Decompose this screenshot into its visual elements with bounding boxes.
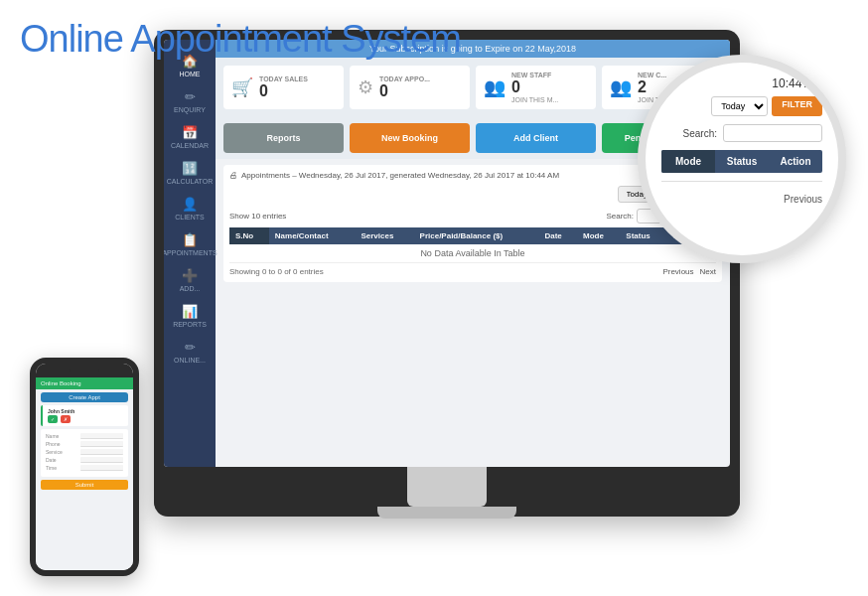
- enquiry-icon: ✏: [185, 89, 196, 104]
- gear-icon: ⚙: [358, 76, 373, 98]
- magnifier-content: 10:44 AM Today FILTER Search: Mode Statu…: [646, 63, 838, 255]
- stat-today-appo: ⚙ TODAY APPO... 0: [350, 66, 470, 109]
- show-entries-row: Show 10 entries Search:: [229, 209, 716, 224]
- magnifier-col-action: Action: [769, 150, 822, 173]
- show-label: Show 10 entries: [229, 212, 286, 221]
- magnifier-filter-row: Today FILTER: [661, 96, 822, 116]
- stat-today-sales: 🛒 TODAY SALES 0: [223, 66, 344, 109]
- sidebar-item-calendar[interactable]: 📅 CALENDAR: [164, 119, 216, 155]
- add-client-button[interactable]: Add Client: [476, 123, 596, 153]
- magnifier-time: 10:44 AM: [661, 76, 822, 90]
- magnifier-filter-select[interactable]: Today: [711, 96, 768, 116]
- form-phone-row: Phone: [46, 441, 123, 447]
- magnifier-search-input[interactable]: [723, 124, 822, 142]
- phone-list-item: John Smith ✓ ✗: [41, 405, 128, 426]
- sidebar-item-add[interactable]: ➕ ADD...: [164, 262, 216, 298]
- table-footer: Showing 0 to 0 of 0 entries Previous Nex…: [229, 267, 716, 276]
- phone-top-bar: Online Booking: [36, 377, 133, 389]
- page-wrapper: Online Appointment System 🏠 HOME ✏ ENQUI…: [0, 0, 868, 596]
- col-sno: S.No: [229, 227, 269, 244]
- form-time-row: Time: [46, 465, 123, 471]
- magnifier-previous[interactable]: Previous: [661, 194, 822, 205]
- reports-icon: 📊: [182, 304, 198, 319]
- form-service-row: Service: [46, 449, 123, 455]
- magnifier-col-status: Status: [715, 150, 769, 173]
- form-name-row: Name: [46, 433, 123, 439]
- phone-notch: [70, 368, 99, 373]
- magnifier-search-label: Search:: [683, 128, 717, 139]
- showing-entries: Showing 0 to 0 of 0 entries: [229, 267, 324, 276]
- magnifier-table-header: Mode Status Action: [661, 150, 822, 173]
- monitor-base: [377, 507, 516, 519]
- next-button[interactable]: Next: [700, 267, 716, 276]
- previous-button[interactable]: Previous: [662, 267, 693, 276]
- phone-service-field[interactable]: [80, 449, 123, 455]
- reports-button[interactable]: Reports: [223, 123, 344, 153]
- phone-create-btn[interactable]: Create Appt: [41, 392, 128, 402]
- phone-date-field[interactable]: [80, 457, 123, 463]
- col-status: Status: [620, 227, 667, 244]
- phone-form: Name Phone Service Date Time: [41, 429, 128, 477]
- calendar-icon: 📅: [182, 125, 198, 140]
- calculator-icon: 🔢: [182, 161, 198, 176]
- form-date-row: Date: [46, 457, 123, 463]
- search-label: Search:: [606, 212, 634, 221]
- col-date: Date: [538, 227, 577, 244]
- monitor-frame: 🏠 HOME ✏ ENQUIRY 📅 CALENDAR 🔢 CALCULATOR…: [154, 30, 740, 517]
- clients-icon: 👤: [182, 197, 198, 212]
- col-name: Name/Contact: [269, 227, 356, 244]
- sidebar-item-online[interactable]: ✏ ONLINE...: [164, 334, 216, 370]
- magnifier-divider: [661, 181, 822, 182]
- sidebar-item-calculator[interactable]: 🔢 CALCULATOR: [164, 155, 216, 191]
- monitor-stand: [407, 467, 487, 507]
- sidebar-item-reports[interactable]: 📊 REPORTS: [164, 298, 216, 334]
- staff-icon: 👥: [484, 76, 506, 98]
- phone-time-field[interactable]: [80, 465, 123, 471]
- stat-today-sales-info: TODAY SALES 0: [259, 75, 308, 100]
- stat-new-staff: 👥 NEW STAFF 0 JOIN THIS M...: [476, 66, 596, 109]
- phone-frame: Online Booking Create Appt John Smith ✓ …: [30, 358, 139, 576]
- table-row-empty: No Data Available In Table: [229, 244, 716, 263]
- phone-status-bar: [36, 364, 133, 377]
- pagination: Previous Next: [662, 267, 716, 276]
- stat-today-appo-info: TODAY APPO... 0: [379, 75, 430, 100]
- col-services: Services: [355, 227, 413, 244]
- sidebar-item-clients[interactable]: 👤 CLIENTS: [164, 191, 216, 226]
- phone-phone-field[interactable]: [80, 441, 123, 447]
- phone-submit-btn[interactable]: Submit: [41, 480, 128, 490]
- magnifier-filter-button[interactable]: FILTER: [772, 96, 822, 116]
- col-price: Price/Paid/Balance ($): [414, 227, 539, 244]
- clients-stat-icon: 👥: [610, 76, 632, 98]
- appointments-icon: 📋: [182, 232, 198, 247]
- magnifier-search-row: Search:: [661, 124, 822, 142]
- col-mode: Mode: [577, 227, 620, 244]
- cart-icon: 🛒: [231, 76, 253, 98]
- magnifier: 10:44 AM Today FILTER Search: Mode Statu…: [638, 55, 846, 263]
- phone-screen: Online Booking Create Appt John Smith ✓ …: [36, 377, 133, 576]
- magnifier-col-mode: Mode: [661, 150, 715, 173]
- monitor-screen: 🏠 HOME ✏ ENQUIRY 📅 CALENDAR 🔢 CALCULATOR…: [164, 40, 730, 467]
- stat-new-staff-info: NEW STAFF 0 JOIN THIS M...: [511, 72, 558, 103]
- sidebar: 🏠 HOME ✏ ENQUIRY 📅 CALENDAR 🔢 CALCULATOR…: [164, 40, 216, 467]
- printer-icon: 🖨: [229, 171, 237, 180]
- page-title: Online Appointment System: [20, 18, 461, 61]
- data-table: S.No Name/Contact Services Price/Paid/Ba…: [229, 227, 716, 263]
- phone-name-field[interactable]: [80, 433, 123, 439]
- sidebar-item-enquiry[interactable]: ✏ ENQUIRY: [164, 83, 216, 119]
- sidebar-item-appointments[interactable]: 📋 APPOINTMENTS: [164, 226, 216, 262]
- add-icon: ➕: [182, 268, 198, 283]
- new-booking-button[interactable]: New Booking: [350, 123, 470, 153]
- online-icon: ✏: [185, 340, 196, 355]
